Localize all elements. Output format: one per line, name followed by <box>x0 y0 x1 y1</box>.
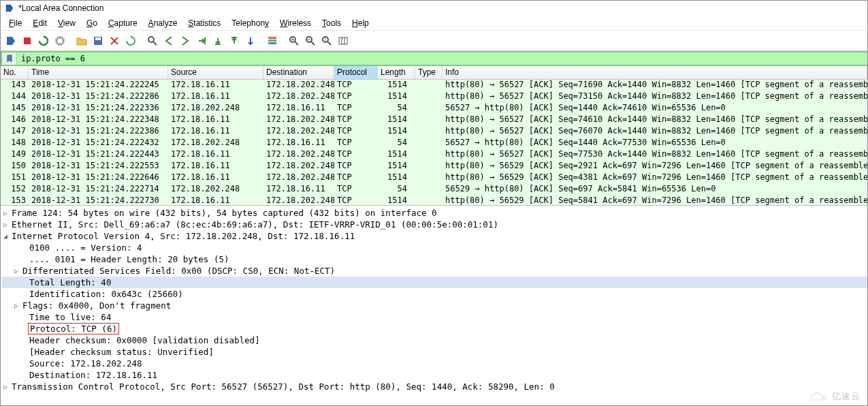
detail-frame[interactable]: ▷Frame 124: 54 bytes on wire (432 bits),… <box>2 207 867 219</box>
detail-ip-header[interactable]: ◢Internet Protocol Version 4, Src: 172.1… <box>2 230 867 242</box>
detail-ip-cksum[interactable]: Header checksum: 0x0000 [validation disa… <box>2 334 867 346</box>
menu-telephony[interactable]: Telephony <box>226 17 274 29</box>
menu-analyze[interactable]: Analyze <box>143 17 183 29</box>
col-source[interactable]: Source <box>168 66 263 79</box>
packet-cell: 172.18.16.11 <box>263 138 334 149</box>
menu-capture[interactable]: Capture <box>103 17 143 29</box>
packet-row[interactable]: 1452018-12-31 15:21:24.222336172.18.202.… <box>1 103 867 114</box>
stop-capture-icon[interactable] <box>20 33 35 48</box>
detail-ip-hlen[interactable]: .... 0101 = Header Length: 20 bytes (5) <box>2 253 867 265</box>
packet-cell: TCP <box>334 138 378 149</box>
packet-cell: 172.18.16.11 <box>168 114 263 126</box>
packet-cell: 172.18.16.11 <box>168 172 263 184</box>
packet-cell: 54 <box>378 184 415 196</box>
find-packet-icon[interactable] <box>145 33 160 48</box>
auto-scroll-icon[interactable] <box>243 33 258 48</box>
col-protocol[interactable]: Protocol <box>334 66 378 79</box>
packet-row[interactable]: 1492018-12-31 15:21:24.222443172.18.16.1… <box>1 149 867 161</box>
close-file-icon[interactable] <box>107 33 122 48</box>
packet-row[interactable]: 1512018-12-31 15:21:24.222646172.18.16.1… <box>1 172 867 184</box>
menu-view[interactable]: View <box>52 17 81 29</box>
capture-options-icon[interactable] <box>52 33 67 48</box>
packet-row[interactable]: 1482018-12-31 15:21:24.222432172.18.202.… <box>1 138 867 149</box>
packet-cell: 151 <box>1 172 29 184</box>
packet-cell: 172.18.202.248 <box>263 161 334 172</box>
first-packet-icon[interactable] <box>210 33 225 48</box>
packet-list-body[interactable]: 1432018-12-31 15:21:24.222245172.18.16.1… <box>1 80 867 206</box>
detail-ip-cksum-status[interactable]: [Header checksum status: Unverified] <box>2 346 867 358</box>
packet-cell: 1514 <box>378 196 415 206</box>
col-no[interactable]: No. <box>1 66 29 79</box>
open-file-icon[interactable] <box>74 33 89 48</box>
packet-row[interactable]: 1522018-12-31 15:21:24.222714172.18.202.… <box>1 184 867 196</box>
expand-icon[interactable]: ▷ <box>3 221 10 228</box>
start-capture-icon[interactable] <box>3 33 18 48</box>
menu-edit[interactable]: Edit <box>27 17 52 29</box>
packet-cell <box>415 80 443 91</box>
detail-ip-src[interactable]: Source: 172.18.202.248 <box>2 358 867 369</box>
filter-bookmark-icon[interactable] <box>2 52 17 65</box>
next-packet-icon[interactable] <box>178 33 193 48</box>
detail-ip-proto[interactable]: Protocol: TCP (6) <box>2 323 867 334</box>
expand-icon[interactable]: ▷ <box>3 383 10 390</box>
save-file-icon[interactable] <box>91 33 106 48</box>
reload-file-icon[interactable] <box>123 33 138 48</box>
go-to-packet-icon[interactable] <box>194 33 209 48</box>
packet-row[interactable]: 1532018-12-31 15:21:24.222730172.18.16.1… <box>1 196 867 206</box>
menu-go[interactable]: Go <box>81 17 103 29</box>
packet-cell <box>415 196 443 206</box>
col-time[interactable]: Time <box>29 66 168 79</box>
col-destination[interactable]: Destination <box>263 66 334 79</box>
detail-ip-id[interactable]: Identification: 0x643c (25660) <box>2 288 867 300</box>
packet-cell: 2018-12-31 15:21:24.222443 <box>29 149 168 161</box>
packet-row[interactable]: 1472018-12-31 15:21:24.222386172.18.16.1… <box>1 126 867 138</box>
restart-capture-icon[interactable] <box>36 33 51 48</box>
detail-ip-ttl[interactable]: Time to live: 64 <box>2 311 867 323</box>
titlebar[interactable]: *Local Area Connection <box>1 1 867 16</box>
prev-packet-icon[interactable] <box>161 33 176 48</box>
watermark: 亿速云 <box>809 390 861 403</box>
packet-row[interactable]: 1462018-12-31 15:21:24.222348172.18.16.1… <box>1 114 867 126</box>
menu-help[interactable]: Help <box>347 17 374 29</box>
packet-details[interactable]: ▷Frame 124: 54 bytes on wire (432 bits),… <box>1 206 867 396</box>
packet-cell: 150 <box>1 161 29 172</box>
packet-cell: 172.18.202.248 <box>263 149 334 161</box>
expand-icon[interactable]: ▷ <box>14 302 21 309</box>
packet-cell: http(80) → 56529 [ACK] Seq=4381 Ack=697 … <box>443 172 867 184</box>
packet-cell: 152 <box>1 184 29 196</box>
packet-list[interactable]: No. Time Source Destination Protocol Len… <box>1 66 867 206</box>
packet-row[interactable]: 1502018-12-31 15:21:24.222553172.18.16.1… <box>1 161 867 172</box>
detail-tcp[interactable]: ▷Transmission Control Protocol, Src Port… <box>2 381 867 392</box>
col-type[interactable]: Type <box>415 66 443 79</box>
menu-wireless[interactable]: Wireless <box>274 17 317 29</box>
detail-ip-flags[interactable]: ▷Flags: 0x4000, Don't fragment <box>2 300 867 311</box>
packet-cell: 153 <box>1 196 29 206</box>
colorize-icon[interactable] <box>265 33 280 48</box>
detail-ip-dsfield[interactable]: ▷Differentiated Services Field: 0x00 (DS… <box>2 265 867 277</box>
col-info[interactable]: Info <box>443 66 867 79</box>
menu-file[interactable]: File <box>3 17 27 29</box>
menu-stats[interactable]: Statistics <box>182 17 226 29</box>
packet-row[interactable]: 1442018-12-31 15:21:24.222286172.18.16.1… <box>1 91 867 103</box>
packet-row[interactable]: 1432018-12-31 15:21:24.222245172.18.16.1… <box>1 80 867 91</box>
menu-tools[interactable]: Tools <box>317 17 347 29</box>
packet-cell: 1514 <box>378 114 415 126</box>
packet-cell: TCP <box>334 172 378 184</box>
detail-ethernet[interactable]: ▷Ethernet II, Src: Dell_69:a6:a7 (8c:ec:… <box>2 219 867 230</box>
last-packet-icon[interactable] <box>227 33 242 48</box>
normal-size-icon[interactable]: 1 <box>319 33 334 48</box>
detail-ip-version[interactable]: 0100 .... = Version: 4 <box>2 242 867 253</box>
display-filter-input[interactable] <box>17 52 867 65</box>
resize-columns-icon[interactable] <box>336 33 351 48</box>
zoom-in-icon[interactable] <box>287 33 302 48</box>
detail-ip-totlen[interactable]: Total Length: 40 <box>2 277 867 288</box>
col-length[interactable]: Length <box>378 66 415 79</box>
expand-icon[interactable]: ▷ <box>14 267 21 275</box>
packet-cell: 54 <box>378 138 415 149</box>
expand-icon[interactable]: ▷ <box>3 209 10 217</box>
collapse-icon[interactable]: ◢ <box>3 232 10 240</box>
packet-cell: 172.18.202.248 <box>263 172 334 184</box>
zoom-out-icon[interactable] <box>303 33 318 48</box>
detail-ip-dst[interactable]: Destination: 172.18.16.11 <box>2 369 867 381</box>
packet-cell: 172.18.16.11 <box>168 196 263 206</box>
